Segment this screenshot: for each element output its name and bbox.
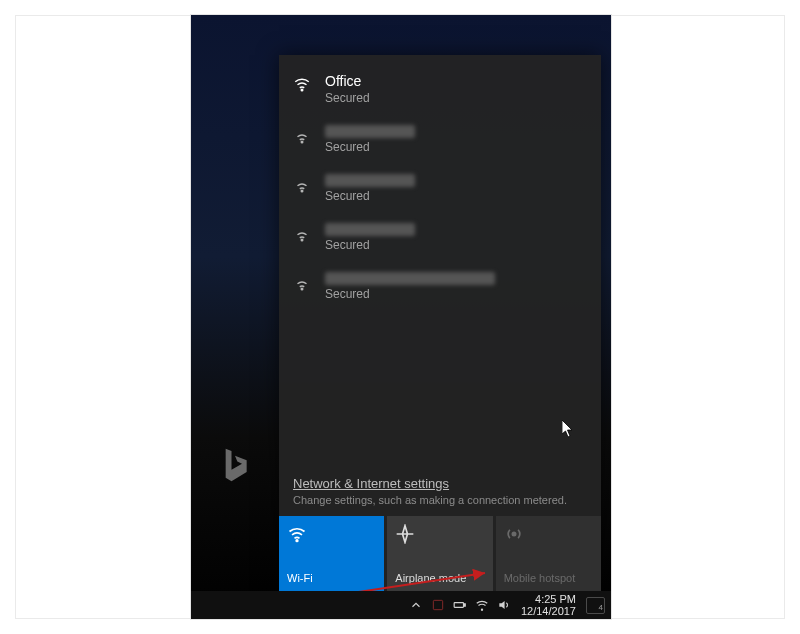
- volume-icon[interactable]: [497, 598, 511, 612]
- bing-icon: [221, 445, 249, 485]
- network-tray-icon[interactable]: [475, 598, 489, 612]
- svg-rect-10: [464, 604, 465, 606]
- mobile-hotspot-tile[interactable]: Mobile hotspot: [496, 516, 601, 592]
- wifi-tile[interactable]: Wi-Fi: [279, 516, 384, 592]
- airplane-icon: [395, 524, 415, 544]
- bing-logo: [221, 445, 249, 485]
- wifi-icon: [293, 127, 313, 148]
- network-name-redacted: [325, 174, 415, 187]
- network-item[interactable]: Office Secured: [279, 65, 601, 117]
- battery-icon[interactable]: [453, 598, 467, 612]
- tray-chevron-up-icon[interactable]: [409, 598, 423, 612]
- taskbar-clock[interactable]: 4:25 PM 12/14/2017: [521, 593, 576, 617]
- svg-point-0: [301, 89, 303, 91]
- svg-point-5: [296, 540, 298, 542]
- network-status: Secured: [325, 189, 415, 203]
- quick-action-tiles: Wi-Fi Airplane mode Mobile hotspot: [279, 516, 601, 592]
- wifi-icon: [287, 524, 307, 544]
- wifi-tile-label: Wi-Fi: [287, 572, 313, 584]
- network-item[interactable]: Secured: [279, 215, 601, 264]
- network-settings-section: Network & Internet settings Change setti…: [279, 472, 601, 516]
- svg-point-3: [301, 239, 303, 241]
- svg-point-6: [512, 532, 515, 535]
- network-name: Office: [325, 73, 370, 89]
- airplane-tile-label: Airplane mode: [395, 572, 466, 584]
- network-list: Office Secured Secured S: [279, 55, 601, 472]
- wifi-icon: [293, 225, 313, 246]
- action-center-count: 4: [599, 603, 603, 612]
- svg-point-2: [301, 190, 303, 192]
- network-name-redacted: [325, 272, 495, 285]
- airplane-mode-tile[interactable]: Airplane mode: [387, 516, 492, 592]
- network-name-redacted: [325, 125, 415, 138]
- network-item[interactable]: Secured: [279, 264, 601, 313]
- hotspot-icon: [504, 524, 524, 544]
- svg-point-1: [301, 141, 303, 143]
- taskbar: 4:25 PM 12/14/2017 4: [191, 591, 611, 619]
- hotspot-tile-label: Mobile hotspot: [504, 572, 576, 584]
- desktop: Office Secured Secured S: [191, 15, 611, 619]
- network-settings-subtext: Change settings, such as making a connec…: [293, 494, 587, 506]
- clock-time: 4:25 PM: [535, 593, 576, 605]
- wifi-icon: [293, 176, 313, 197]
- network-flyout: Office Secured Secured S: [279, 55, 601, 592]
- svg-rect-8: [433, 600, 442, 609]
- network-item[interactable]: Secured: [279, 117, 601, 166]
- wifi-icon: [293, 75, 313, 96]
- network-status: Secured: [325, 238, 415, 252]
- network-status: Secured: [325, 287, 495, 301]
- svg-rect-9: [454, 603, 463, 608]
- svg-point-11: [481, 609, 482, 610]
- wifi-icon: [293, 274, 313, 295]
- system-tray: [409, 598, 511, 612]
- svg-point-4: [301, 288, 303, 290]
- network-name-redacted: [325, 223, 415, 236]
- tray-app-icon[interactable]: [431, 598, 445, 612]
- action-center-icon[interactable]: 4: [586, 597, 605, 614]
- network-item[interactable]: Secured: [279, 166, 601, 215]
- clock-date: 12/14/2017: [521, 605, 576, 617]
- network-status: Secured: [325, 91, 370, 105]
- network-settings-link[interactable]: Network & Internet settings: [293, 476, 449, 491]
- network-status: Secured: [325, 140, 415, 154]
